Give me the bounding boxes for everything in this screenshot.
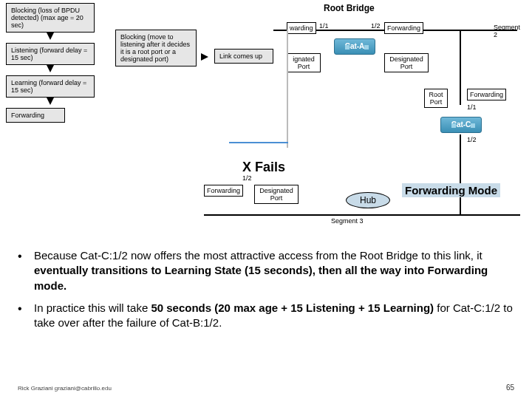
blue-line — [229, 142, 288, 158]
state-blocking: Blocking (loss of BPDU detected) (max ag… — [6, 3, 95, 33]
t: Forwarding — [11, 112, 44, 119]
wire — [460, 134, 461, 214]
state-forwarding: Forwarding — [6, 108, 65, 123]
t: Hub — [360, 195, 376, 205]
state-learning: Learning (forward delay = 15 sec) — [6, 75, 95, 98]
list-item: Because Cat-C:1/2 now offers the most at… — [18, 248, 520, 293]
port-a-left-state: warding — [287, 22, 316, 34]
c-fwd: Forwarding — [467, 89, 506, 100]
state-link-up: Link comes up — [214, 49, 273, 64]
port-a-left-role: ignated Port — [287, 53, 321, 72]
wire — [287, 30, 288, 148]
port-a-right-role: Designated Port — [384, 53, 429, 72]
port-c-top: 1/1 — [467, 103, 477, 111]
t: Listening (forward delay = 15 sec) — [11, 47, 87, 61]
arrow-icon — [47, 98, 54, 105]
port-a-right-state: Forwarding — [384, 22, 423, 34]
x-fails: X Fails — [242, 160, 285, 175]
c-root-port: Root Port — [424, 89, 448, 108]
wire — [204, 214, 520, 216]
arrow-icon — [47, 33, 54, 40]
arrow-icon — [47, 65, 54, 72]
root-bridge-title: Root Bridge — [324, 3, 375, 13]
b-role: Designated Port — [254, 185, 299, 204]
t: Cat-C — [451, 120, 471, 129]
list-item: In practice this will take 50 seconds (2… — [18, 301, 520, 331]
state-blocking-move: Blocking (move to listening after it dec… — [115, 30, 197, 66]
switch-cat-c: Cat-C — [440, 117, 482, 133]
arrow-icon — [201, 53, 208, 61]
t: Cat-A — [345, 42, 365, 50]
port-c-bottom: 1/2 — [467, 136, 477, 143]
port-b-bottom: 1/2 — [242, 174, 252, 182]
wire — [460, 30, 461, 105]
segment-3: Segment 3 — [331, 217, 364, 225]
state-listening: Listening (forward delay = 15 sec) — [6, 43, 95, 65]
t: Blocking (move to listening after it dec… — [120, 33, 190, 63]
port-a-right: 1/2 — [371, 22, 381, 30]
b-state: Forwarding — [204, 185, 243, 197]
t: Link comes up — [219, 52, 262, 60]
footer-right: 65 — [506, 383, 514, 392]
t: Blocking (loss of BPDU detected) (max ag… — [11, 7, 83, 29]
port-a-left: 1/1 — [319, 22, 329, 30]
bullet-list: Because Cat-C:1/2 now offers the most at… — [18, 248, 520, 338]
segment-2: Segment 2 — [494, 24, 520, 38]
forwarding-mode-label: Forwarding Mode — [402, 183, 500, 197]
footer-left: Rick Graziani graziani@cabrillo.edu — [18, 385, 112, 392]
t: Learning (forward delay = 15 sec) — [11, 79, 86, 94]
hub: Hub — [346, 192, 390, 208]
switch-cat-a: Cat-A — [334, 38, 375, 55]
